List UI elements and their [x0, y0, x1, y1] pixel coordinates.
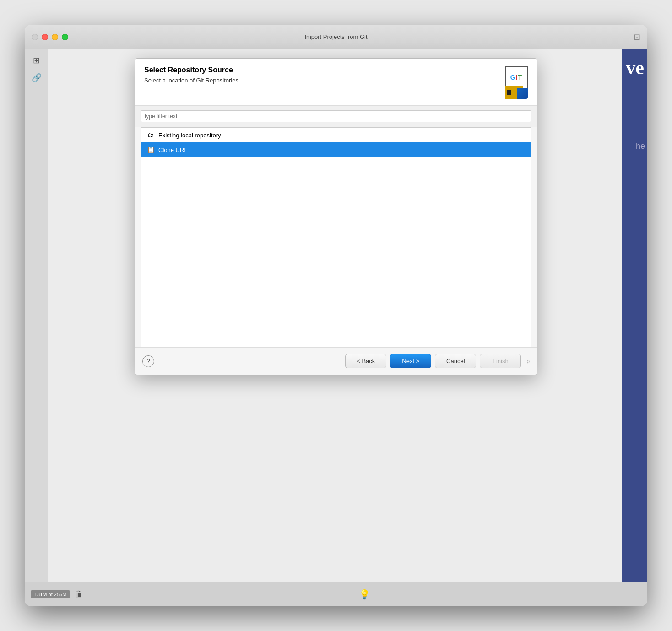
- import-dialog: Select Repository Source Select a locati…: [135, 58, 537, 375]
- desktop: Import Projects from Git ⊡ ⊞ 🔗 ve he Sel…: [0, 0, 672, 631]
- traffic-lights: [32, 34, 68, 40]
- existing-local-label: Existing local repository: [158, 132, 221, 139]
- ide-text-he: he: [636, 77, 647, 151]
- next-button[interactable]: Next >: [390, 354, 431, 368]
- list-item-clone-uri[interactable]: 📋 Clone URI: [141, 142, 531, 157]
- cancel-button[interactable]: Cancel: [435, 354, 476, 368]
- header-text: Select Repository Source Select a locati…: [144, 66, 490, 84]
- extra-label: p: [526, 358, 530, 364]
- mac-window: Import Projects from Git ⊡ ⊞ 🔗 ve he Sel…: [25, 25, 647, 606]
- ide-text-we: ve: [626, 49, 647, 77]
- sidebar-icon-2[interactable]: 🔗: [30, 71, 43, 85]
- dialog-footer: ? < Back Next > Cancel Finish p: [135, 347, 537, 375]
- trash-icon[interactable]: 🗑: [75, 589, 83, 599]
- help-button[interactable]: ?: [142, 355, 154, 367]
- memory-usage: 131M of 256M: [31, 590, 70, 598]
- close-button[interactable]: [42, 34, 48, 40]
- window-title: Import Projects from Git: [304, 33, 367, 40]
- maximize-button[interactable]: [62, 34, 68, 40]
- dialog-header: Select Repository Source Select a locati…: [135, 59, 537, 106]
- minimize-button[interactable]: [52, 34, 58, 40]
- clone-uri-label: Clone URI: [158, 147, 186, 153]
- git-icon-container: GIT: [495, 66, 528, 99]
- existing-local-icon: 🗂: [146, 131, 155, 139]
- filter-row: [135, 106, 537, 127]
- dialog-overlay: Select Repository Source Select a locati…: [25, 49, 647, 606]
- finish-button[interactable]: Finish: [480, 354, 521, 368]
- clone-uri-icon: 📋: [146, 146, 155, 154]
- restore-icon[interactable]: ⊡: [634, 32, 640, 42]
- back-button[interactable]: < Back: [345, 354, 386, 368]
- eclipse-corner-icon: [517, 88, 528, 99]
- empty-light: [32, 34, 38, 40]
- list-item-existing-local[interactable]: 🗂 Existing local repository: [141, 128, 531, 142]
- dialog-title: Select Repository Source: [144, 66, 490, 74]
- git-icon: GIT: [505, 66, 528, 89]
- filter-input[interactable]: [141, 110, 531, 122]
- dialog-subtitle: Select a location of Git Repositories: [144, 77, 490, 84]
- titlebar: Import Projects from Git ⊡: [25, 25, 647, 49]
- repository-source-list[interactable]: 🗂 Existing local repository 📋 Clone URI: [141, 127, 531, 347]
- lightbulb-icon: 💡: [359, 589, 370, 600]
- status-bar: 131M of 256M 🗑 💡: [25, 582, 647, 606]
- sidebar-icon-1[interactable]: ⊞: [30, 54, 43, 67]
